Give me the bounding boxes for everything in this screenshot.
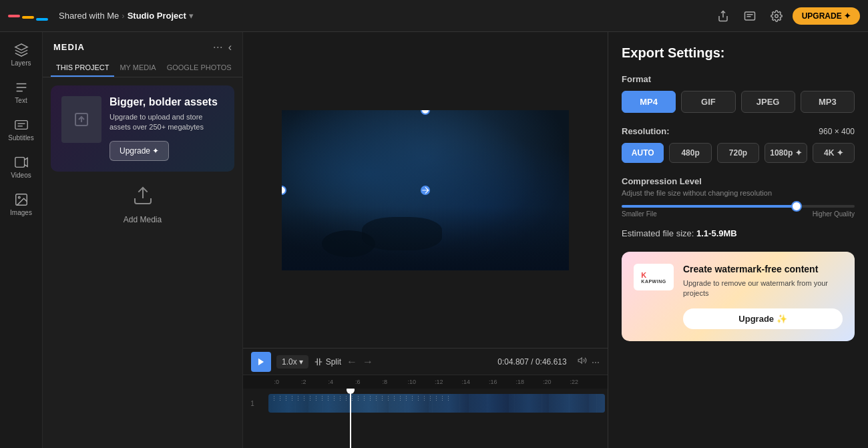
promo-logo: K KAPWING (634, 264, 674, 290)
svg-marker-11 (258, 358, 264, 365)
videos-label: Videos (11, 172, 31, 179)
promo-upgrade-button[interactable]: Upgrade ✨ (683, 308, 843, 329)
track-clip-1[interactable]: ⋮⋮⋮⋮⋮⋮⋮⋮⋮⋮⋮⋮⋮⋮⋮⋮⋮⋮⋮⋮⋮⋮⋮⋮⋮⋮⋮⋮⋮⋮ (268, 394, 605, 413)
breadcrumb: Shared with Me › Studio Project ▾ (59, 11, 194, 21)
svg-rect-7 (15, 158, 24, 168)
promo-text: Create watermark-free content Upgrade to… (683, 264, 843, 329)
canvas-handle-center[interactable] (421, 186, 430, 195)
ruler-mark: :10 (399, 379, 426, 385)
media-content: Bigger, bolder assets Upgrade to upload … (43, 77, 242, 448)
timeline-ruler: :0 :2 :4 :6 :8 :10 :12 :14 :16 :18 :20 :… (243, 375, 608, 389)
track-row-1: 1 ⋮⋮⋮⋮⋮⋮⋮⋮⋮⋮⋮⋮⋮⋮⋮⋮⋮⋮⋮⋮⋮⋮⋮⋮⋮⋮⋮⋮⋮⋮ (243, 391, 608, 415)
slider-thumb[interactable] (791, 201, 802, 212)
layers-label: Layers (11, 59, 31, 67)
wave-icon: ⋯ (592, 358, 600, 367)
track-number-1: 1 (243, 400, 262, 407)
media-panel: MEDIA ··· ‹ THIS PROJECT MY MEDIA GOOGLE… (43, 32, 243, 448)
ruler-mark: :20 (533, 379, 561, 385)
timeline-time: 0:04.807 / 0:46.613 (497, 357, 566, 367)
breadcrumb-chevron-icon[interactable]: ▾ (189, 11, 194, 21)
images-label: Images (10, 209, 32, 216)
speed-chevron-icon: ▾ (299, 357, 303, 367)
upgrade-card-thumbnail (61, 96, 101, 143)
ruler-mark: :6 (345, 379, 372, 385)
speed-control[interactable]: 1.0x ▾ (276, 355, 308, 369)
res-720p-button[interactable]: 720p (717, 143, 759, 163)
timeline-tracks: 1 ⋮⋮⋮⋮⋮⋮⋮⋮⋮⋮⋮⋮⋮⋮⋮⋮⋮⋮⋮⋮⋮⋮⋮⋮⋮⋮⋮⋮⋮⋮ (243, 389, 608, 448)
track-content-1[interactable]: ⋮⋮⋮⋮⋮⋮⋮⋮⋮⋮⋮⋮⋮⋮⋮⋮⋮⋮⋮⋮⋮⋮⋮⋮⋮⋮⋮⋮⋮⋮ (262, 394, 605, 413)
breadcrumb-shared[interactable]: Shared with Me (59, 11, 119, 21)
timeline-controls: 1.0x ▾ Split ← → 0:04.807 / 0:46.613 (243, 349, 608, 375)
subtitles-label: Subtitles (8, 134, 33, 142)
tab-this-project[interactable]: THIS PROJECT (51, 59, 114, 77)
time-separator: / (531, 357, 535, 367)
speed-value: 1.0x (282, 357, 297, 367)
media-title: MEDIA (53, 42, 85, 52)
file-size-label: Estimated file size: (622, 228, 694, 238)
upgrade-button[interactable]: UPGRADE ✦ (793, 7, 860, 25)
share-button[interactable] (712, 5, 734, 27)
ruler-marks-container: :0 :2 :4 :6 :8 :10 :12 :14 :16 :18 :20 :… (263, 379, 588, 385)
ruler-mark: :16 (479, 379, 507, 385)
resolution-header: Resolution: 960 × 400 (622, 126, 855, 136)
ruler-mark: :4 (317, 379, 345, 385)
play-button[interactable] (251, 352, 271, 372)
file-size-estimate: Estimated file size: 1.1-5.9MB (622, 228, 855, 238)
slider-max-label: Higher Quality (813, 210, 855, 218)
logo-bar-2 (22, 16, 34, 19)
sidebar-item-videos[interactable]: Videos (3, 150, 40, 184)
split-button[interactable]: Split (314, 357, 341, 367)
ruler-mark: :8 (371, 379, 399, 385)
export-title: Export Settings: (622, 45, 855, 61)
sidebar-item-layers[interactable]: Layers (3, 37, 40, 72)
current-time: 0:04.807 (497, 357, 529, 367)
svg-rect-4 (15, 121, 27, 130)
left-sidebar: Layers Text Subtitles Videos Images (0, 32, 43, 448)
slider-min-label: Smaller File (622, 210, 657, 218)
resolution-value: 960 × 400 (819, 127, 855, 136)
sidebar-item-subtitles[interactable]: Subtitles (3, 112, 40, 147)
caption-button[interactable] (739, 5, 761, 27)
editor-area: 1.0x ▾ Split ← → 0:04.807 / 0:46.613 (243, 32, 608, 448)
compression-title: Compression Level (622, 176, 855, 186)
format-jpeg-button[interactable]: JPEG (741, 91, 795, 113)
svg-point-9 (18, 196, 20, 198)
timeline: 1.0x ▾ Split ← → 0:04.807 / 0:46.613 (243, 348, 608, 448)
format-mp3-button[interactable]: MP3 (801, 91, 855, 113)
logo-bar-3 (36, 18, 48, 21)
app-logo (8, 11, 48, 21)
res-4k-button[interactable]: 4K ✦ (813, 143, 855, 163)
upgrade-card-button[interactable]: Upgrade ✦ (110, 141, 169, 161)
add-media-button[interactable]: Add Media (51, 172, 234, 238)
redo-icon[interactable]: → (363, 356, 373, 368)
res-auto-button[interactable]: AUTO (622, 143, 664, 163)
ruler-mark: :0 (263, 379, 290, 385)
ruler-mark: :22 (561, 379, 588, 385)
volume-controls: ⋯ (578, 356, 600, 367)
media-more-icon[interactable]: ··· (213, 40, 223, 54)
sidebar-item-images[interactable]: Images (3, 187, 40, 222)
promo-logo-text: K KAPWING (641, 271, 666, 284)
format-mp4-button[interactable]: MP4 (622, 91, 676, 113)
svg-point-3 (775, 14, 778, 17)
breadcrumb-project[interactable]: Studio Project (128, 11, 186, 21)
add-media-label: Add Media (124, 215, 162, 224)
text-label: Text (15, 97, 27, 104)
undo-icon[interactable]: ← (347, 356, 357, 368)
res-1080p-button[interactable]: 1080p ✦ (765, 143, 807, 163)
main-area: Layers Text Subtitles Videos Images MEDI… (0, 32, 868, 448)
media-collapse-button[interactable]: ‹ (228, 41, 232, 53)
slider-labels: Smaller File Higher Quality (622, 210, 855, 218)
ruler-mark: :12 (425, 379, 453, 385)
ruler-mark: :2 (290, 379, 318, 385)
sidebar-item-text[interactable]: Text (3, 75, 40, 109)
compression-section: Compression Level Adjust the file size w… (622, 176, 855, 218)
tab-google-photos[interactable]: GOOGLE PHOTOS (162, 59, 237, 77)
tab-my-media[interactable]: MY MEDIA (114, 59, 161, 77)
format-row: MP4 GIF JPEG MP3 (622, 91, 855, 113)
settings-button[interactable] (766, 5, 787, 27)
res-480p-button[interactable]: 480p (669, 143, 711, 163)
format-gif-button[interactable]: GIF (681, 91, 735, 113)
compression-slider[interactable]: Smaller File Higher Quality (622, 205, 855, 218)
canvas-viewport[interactable] (243, 32, 608, 348)
